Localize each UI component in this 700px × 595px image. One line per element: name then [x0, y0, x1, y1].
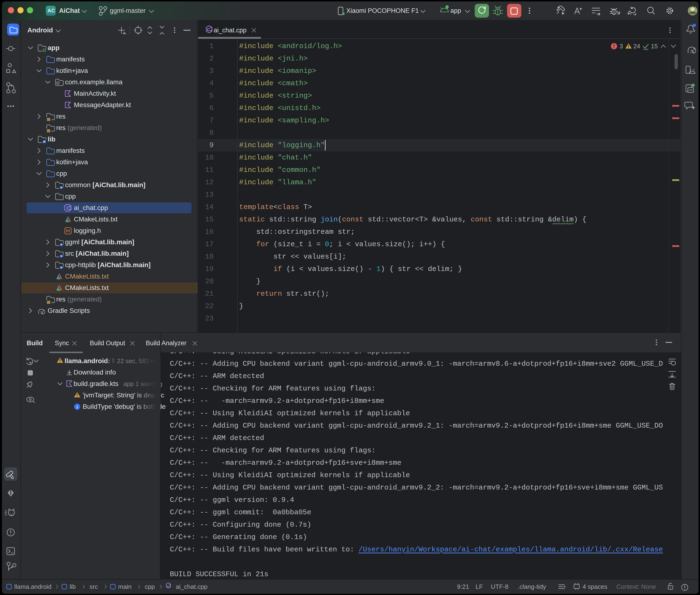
svg-text:C: C	[207, 27, 210, 32]
svg-text:C: C	[167, 585, 170, 589]
svg-text:C: C	[66, 205, 70, 211]
